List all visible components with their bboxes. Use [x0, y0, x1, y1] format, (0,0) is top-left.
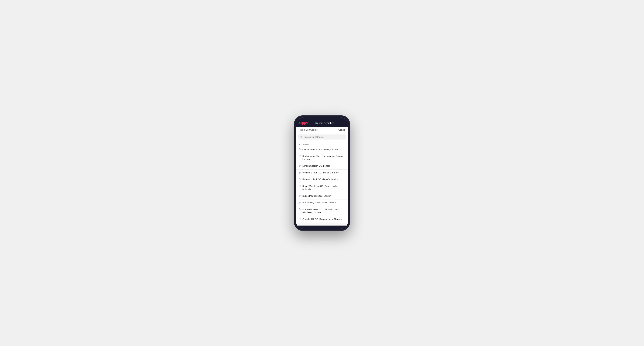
course-name-8: North Middlesex GC (1011942 - North Midd… [302, 208, 346, 214]
course-name-1: Roehampton Club - Roehampton, Greater Lo… [302, 155, 346, 161]
location-pin-icon-9 [298, 218, 301, 220]
location-pin-icon-1 [298, 155, 301, 157]
svg-point-6 [300, 179, 300, 179]
location-pin-icon-0 [298, 148, 301, 151]
search-box [298, 135, 346, 140]
app-header: clippd Recent Searches [296, 120, 348, 127]
location-pin-icon-5 [298, 185, 301, 187]
location-pin-icon-4 [298, 178, 301, 180]
svg-point-5 [300, 172, 300, 173]
status-bar [296, 118, 348, 120]
app-logo: clippd [299, 121, 308, 125]
location-pin-icon-2 [298, 165, 301, 167]
course-name-9: Coombe Hill GC, Kingston upon Thames [302, 218, 342, 221]
header-title: Recent Searches [315, 122, 334, 125]
course-name-2: London Scottish GC, London [302, 165, 330, 168]
phone-screen: clippd Recent Searches Find a Golf Cours… [296, 118, 348, 229]
location-pin-icon-6 [298, 195, 301, 197]
course-item-4[interactable]: Richmond Park GC - Duke's, London [296, 176, 348, 183]
search-icon [300, 136, 302, 138]
svg-point-10 [300, 209, 300, 209]
course-item-1[interactable]: Roehampton Club - Roehampton, Greater Lo… [296, 153, 348, 163]
home-indicator [296, 225, 348, 229]
nearby-label: Nearby courses [296, 142, 348, 146]
content-area: Find a Golf Course Cancel Nearby courses [296, 127, 348, 225]
course-name-3: Richmond Park GC - Prince's, Surrey [302, 171, 339, 174]
svg-point-7 [300, 185, 300, 186]
svg-point-4 [300, 166, 300, 166]
svg-point-0 [300, 136, 302, 137]
location-pin-icon-8 [298, 208, 301, 211]
svg-point-8 [300, 195, 300, 196]
svg-line-1 [302, 137, 302, 138]
find-bar: Find a Golf Course Cancel [296, 127, 348, 133]
search-input[interactable] [304, 136, 344, 138]
course-item-5[interactable]: Royal Wimbledon GC, Great London Authori… [296, 183, 348, 193]
svg-point-2 [300, 149, 300, 149]
course-item-2[interactable]: London Scottish GC, London [296, 163, 348, 170]
course-item-0[interactable]: Central London Golf Centre, London [296, 146, 348, 153]
phone-device: clippd Recent Searches Find a Golf Cours… [294, 115, 350, 231]
location-pin-icon-7 [298, 201, 301, 204]
course-name-4: Richmond Park GC - Duke's, London [302, 178, 338, 181]
home-bar [313, 227, 331, 227]
svg-point-11 [300, 218, 300, 219]
location-pin-icon-3 [298, 172, 301, 174]
course-name-6: Dukes Meadows GC, London [302, 194, 331, 198]
course-item-8[interactable]: North Middlesex GC (1011942 - North Midd… [296, 206, 348, 216]
svg-point-3 [300, 156, 300, 156]
menu-icon[interactable] [342, 122, 345, 124]
course-item-7[interactable]: Brent Valley Municipal GC, London [296, 199, 348, 206]
find-label: Find a Golf Course [298, 129, 318, 131]
course-item-3[interactable]: Richmond Park GC - Prince's, Surrey [296, 170, 348, 176]
nearby-courses-section: Nearby courses Central London Golf Centr… [296, 142, 348, 223]
course-item-9[interactable]: Coombe Hill GC, Kingston upon Thames [296, 216, 348, 223]
cancel-button[interactable]: Cancel [338, 129, 346, 131]
course-name-0: Central London Golf Centre, London [302, 148, 338, 151]
course-item-6[interactable]: Dukes Meadows GC, London [296, 193, 348, 200]
svg-point-9 [300, 202, 300, 203]
course-name-7: Brent Valley Municipal GC, London [302, 201, 336, 204]
course-name-5: Royal Wimbledon GC, Great London Authori… [302, 185, 346, 191]
search-container [296, 133, 348, 142]
